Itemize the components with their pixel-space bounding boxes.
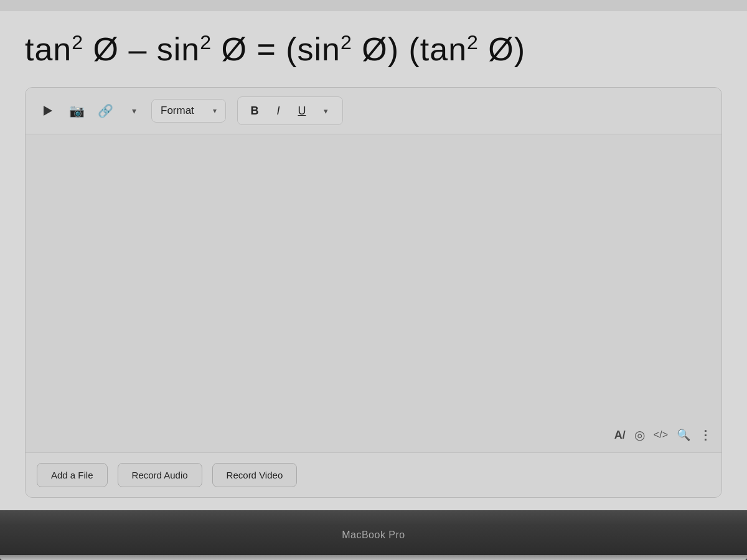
macbook-hinge — [0, 555, 747, 560]
italic-button[interactable]: I — [268, 101, 289, 121]
screen-content: tan2 Ø – sin2 Ø = (sin2 Ø) (tan2 Ø) 📷 🔗 — [0, 11, 747, 510]
bold-button[interactable]: B — [244, 101, 265, 121]
math-formula: tan2 Ø – sin2 Ø = (sin2 Ø) (tan2 Ø) — [25, 30, 525, 68]
play-icon[interactable] — [37, 100, 59, 122]
camera-icon[interactable]: 📷 — [65, 100, 88, 122]
font-size-icon[interactable]: A/ — [614, 429, 626, 442]
format-label: Format — [161, 105, 194, 117]
code-icon[interactable]: </> — [654, 429, 668, 441]
underline-button[interactable]: U — [291, 101, 312, 121]
add-file-button[interactable]: Add a File — [37, 463, 108, 487]
link-icon[interactable]: 🔗 — [94, 100, 116, 122]
action-buttons-row: Add a File Record Audio Record Video — [26, 452, 721, 497]
format-chevron-icon: ▾ — [213, 106, 217, 115]
screen-bezel: tan2 Ø – sin2 Ø = (sin2 Ø) (tan2 Ø) 📷 🔗 — [0, 0, 747, 510]
toolbar-more-icon[interactable]: ▾ — [123, 100, 145, 122]
formatting-group: B I U ▾ — [237, 96, 343, 125]
macbook-bottom-bar: MacBook Pro — [0, 510, 747, 560]
editor-bottom-icons: A/ ◎ </> 🔍 ⋮ — [614, 427, 712, 442]
search-find-icon[interactable]: 🔍 — [677, 428, 690, 442]
record-audio-button[interactable]: Record Audio — [118, 463, 202, 487]
toolbar: 📷 🔗 ▾ Format ▾ B I — [26, 88, 721, 134]
eye-icon[interactable]: ◎ — [634, 427, 645, 442]
record-video-button[interactable]: Record Video — [212, 463, 298, 487]
macbook-label: MacBook Pro — [342, 530, 405, 541]
more-options-icon[interactable]: ⋮ — [699, 427, 712, 442]
format-dropdown[interactable]: Format ▾ — [151, 99, 226, 123]
editor-container: 📷 🔗 ▾ Format ▾ B I — [25, 87, 722, 498]
text-format-more-button[interactable]: ▾ — [315, 101, 336, 121]
editor-body[interactable]: A/ ◎ </> 🔍 ⋮ — [26, 134, 721, 452]
